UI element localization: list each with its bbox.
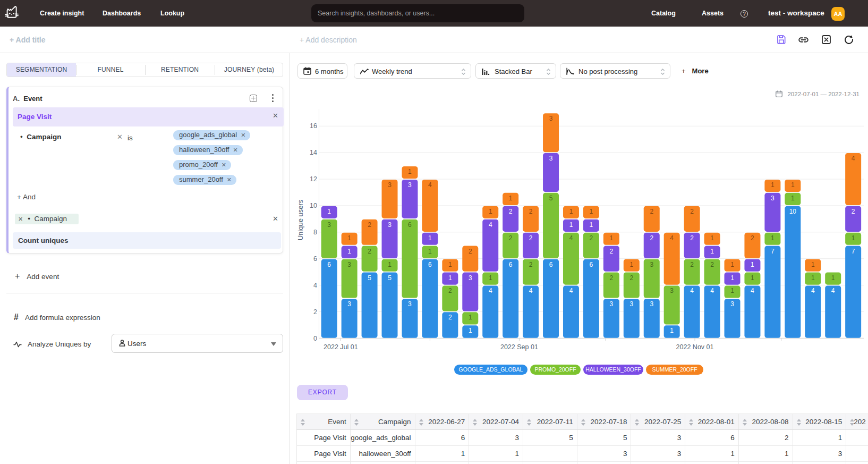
svg-text:4: 4 xyxy=(690,287,694,294)
svg-text:3: 3 xyxy=(549,115,553,122)
svg-text:14: 14 xyxy=(310,149,317,156)
svg-text:4: 4 xyxy=(811,287,815,294)
svg-text:2: 2 xyxy=(529,234,533,242)
svg-text:7: 7 xyxy=(771,248,775,255)
svg-text:3: 3 xyxy=(730,300,734,308)
svg-text:4: 4 xyxy=(710,287,714,294)
svg-text:3: 3 xyxy=(347,300,351,308)
svg-text:2: 2 xyxy=(690,234,694,242)
svg-text:1: 1 xyxy=(811,274,815,282)
svg-text:2022 Jul 01: 2022 Jul 01 xyxy=(324,343,358,351)
svg-text:10: 10 xyxy=(789,208,797,215)
svg-text:2: 2 xyxy=(368,248,371,255)
svg-text:7: 7 xyxy=(852,248,855,255)
svg-text:2: 2 xyxy=(368,221,371,229)
svg-text:5: 5 xyxy=(388,274,392,282)
svg-text:1: 1 xyxy=(327,208,331,215)
svg-text:2: 2 xyxy=(529,208,533,215)
svg-text:1: 1 xyxy=(670,327,674,334)
svg-text:1: 1 xyxy=(590,221,593,229)
svg-text:4: 4 xyxy=(428,181,432,189)
svg-text:3: 3 xyxy=(650,300,653,308)
svg-text:1: 1 xyxy=(448,261,452,268)
svg-text:3: 3 xyxy=(629,300,633,308)
svg-text:3: 3 xyxy=(347,261,351,268)
svg-text:2: 2 xyxy=(509,234,513,242)
svg-text:1: 1 xyxy=(448,274,452,282)
svg-text:3: 3 xyxy=(388,181,392,189)
svg-text:2: 2 xyxy=(710,261,714,268)
svg-text:1: 1 xyxy=(509,195,513,202)
svg-text:2: 2 xyxy=(448,287,452,294)
svg-text:2: 2 xyxy=(509,208,513,215)
svg-text:2: 2 xyxy=(690,261,694,268)
svg-text:3: 3 xyxy=(469,274,472,282)
svg-text:3: 3 xyxy=(771,195,775,202)
svg-text:1: 1 xyxy=(811,261,815,268)
svg-text:1: 1 xyxy=(710,234,714,242)
svg-text:1: 1 xyxy=(347,248,351,255)
svg-text:1: 1 xyxy=(489,274,492,282)
svg-text:1: 1 xyxy=(751,274,754,282)
svg-text:6: 6 xyxy=(408,221,412,229)
svg-text:1: 1 xyxy=(610,234,614,242)
svg-text:1: 1 xyxy=(629,261,633,268)
svg-text:2: 2 xyxy=(650,208,653,215)
svg-text:2: 2 xyxy=(852,208,855,215)
svg-text:1: 1 xyxy=(590,208,593,215)
svg-text:2: 2 xyxy=(529,261,533,268)
svg-text:6: 6 xyxy=(327,261,331,268)
svg-text:4: 4 xyxy=(670,234,674,242)
svg-text:2: 2 xyxy=(751,234,754,242)
svg-text:4: 4 xyxy=(489,287,492,294)
svg-text:3: 3 xyxy=(388,221,392,229)
svg-text:4: 4 xyxy=(852,155,855,162)
svg-text:8: 8 xyxy=(313,229,317,236)
svg-text:3: 3 xyxy=(549,155,553,162)
svg-text:12: 12 xyxy=(310,175,317,183)
svg-text:2: 2 xyxy=(610,274,614,282)
svg-text:1: 1 xyxy=(347,234,351,242)
svg-text:3: 3 xyxy=(408,300,412,308)
svg-text:1: 1 xyxy=(428,248,432,255)
svg-text:4: 4 xyxy=(569,234,573,242)
svg-text:1: 1 xyxy=(428,234,432,242)
svg-text:1: 1 xyxy=(730,287,734,294)
svg-text:2: 2 xyxy=(313,308,317,316)
svg-text:1: 1 xyxy=(771,234,775,242)
svg-text:2: 2 xyxy=(690,208,694,215)
svg-text:0: 0 xyxy=(313,335,317,342)
svg-text:1: 1 xyxy=(771,181,775,189)
svg-text:3: 3 xyxy=(670,287,674,294)
svg-text:6: 6 xyxy=(509,261,513,268)
svg-text:4: 4 xyxy=(751,287,754,294)
svg-text:1: 1 xyxy=(791,181,795,189)
svg-text:3: 3 xyxy=(327,221,331,229)
svg-text:3: 3 xyxy=(610,300,614,308)
svg-text:1: 1 xyxy=(710,248,714,255)
svg-text:1: 1 xyxy=(730,274,734,282)
svg-text:3: 3 xyxy=(408,181,412,189)
svg-text:5: 5 xyxy=(368,274,371,282)
svg-text:6: 6 xyxy=(549,261,553,268)
svg-text:1: 1 xyxy=(469,327,472,334)
svg-text:1: 1 xyxy=(489,208,492,215)
svg-text:1: 1 xyxy=(831,274,835,282)
svg-text:4: 4 xyxy=(529,287,533,294)
svg-text:1: 1 xyxy=(852,234,855,242)
svg-text:2022 Nov 01: 2022 Nov 01 xyxy=(676,343,714,351)
svg-text:2: 2 xyxy=(650,234,653,242)
svg-text:1: 1 xyxy=(791,195,795,202)
svg-text:1: 1 xyxy=(388,261,392,268)
svg-text:2: 2 xyxy=(629,274,633,282)
svg-text:2: 2 xyxy=(469,248,472,255)
svg-text:2: 2 xyxy=(590,234,593,242)
svg-text:1: 1 xyxy=(569,221,573,229)
svg-text:1: 1 xyxy=(469,314,472,321)
svg-text:4: 4 xyxy=(313,282,317,289)
svg-text:4: 4 xyxy=(489,221,492,229)
svg-text:5: 5 xyxy=(549,195,553,202)
svg-text:3: 3 xyxy=(650,261,653,268)
svg-text:2: 2 xyxy=(610,248,614,255)
svg-text:10: 10 xyxy=(310,202,317,209)
